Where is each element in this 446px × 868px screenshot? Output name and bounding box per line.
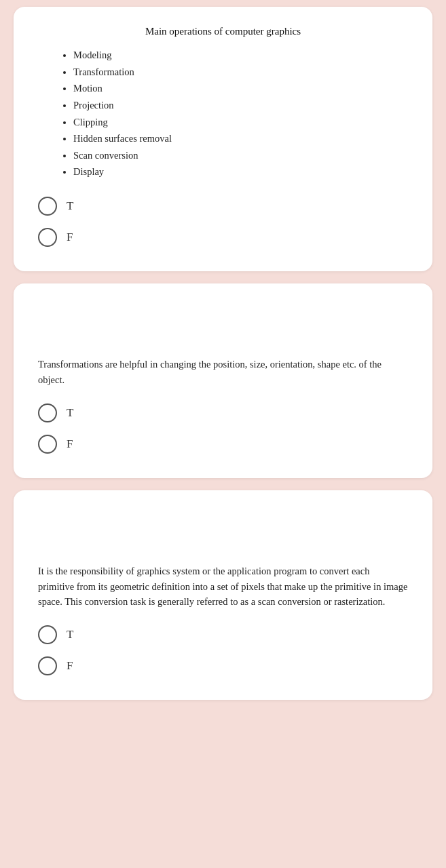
bullet-item: Display: [73, 163, 408, 180]
option-true-1-label: T: [67, 199, 73, 213]
card-2-question: Transformations are helpful in changing …: [38, 357, 408, 387]
radio-true-2-icon[interactable]: [38, 403, 57, 422]
bullet-list-1: Modeling Transformation Motion Projectio…: [38, 47, 408, 180]
bullet-item: Motion: [73, 80, 408, 97]
card-3-top-space: [38, 509, 408, 564]
bullet-item: Projection: [73, 97, 408, 114]
bullet-item: Clipping: [73, 114, 408, 131]
card-3-question: It is the responsibility of graphics sys…: [38, 564, 408, 609]
radio-false-2-icon[interactable]: [38, 435, 57, 454]
options-group-2: T F: [38, 403, 408, 454]
radio-true-3-icon[interactable]: [38, 625, 57, 644]
options-group-3: T F: [38, 625, 408, 675]
question-card-2: Transformations are helpful in changing …: [14, 283, 432, 478]
question-card-3: It is the responsibility of graphics sys…: [14, 490, 432, 700]
option-true-2[interactable]: T: [38, 403, 408, 422]
card-2-top-space: [38, 302, 408, 357]
option-false-1-label: F: [67, 231, 73, 244]
question-card-1: Main operations of computer graphics Mod…: [14, 7, 432, 271]
option-true-1[interactable]: T: [38, 197, 408, 216]
option-true-3[interactable]: T: [38, 625, 408, 644]
bullet-item: Hidden surfaces removal: [73, 130, 408, 147]
bullet-item: Transformation: [73, 64, 408, 81]
option-true-2-label: T: [67, 406, 73, 420]
radio-true-1-icon[interactable]: [38, 197, 57, 216]
option-false-2[interactable]: F: [38, 435, 408, 454]
option-false-2-label: F: [67, 437, 73, 451]
option-true-3-label: T: [67, 628, 73, 642]
options-group-1: T F: [38, 197, 408, 247]
bullet-item: Scan conversion: [73, 147, 408, 164]
option-false-3[interactable]: F: [38, 656, 408, 675]
option-false-3-label: F: [67, 659, 73, 673]
radio-false-1-icon[interactable]: [38, 228, 57, 247]
option-false-1[interactable]: F: [38, 228, 408, 247]
bullet-item: Modeling: [73, 47, 408, 64]
card-1-title: Main operations of computer graphics: [38, 26, 408, 37]
radio-false-3-icon[interactable]: [38, 656, 57, 675]
